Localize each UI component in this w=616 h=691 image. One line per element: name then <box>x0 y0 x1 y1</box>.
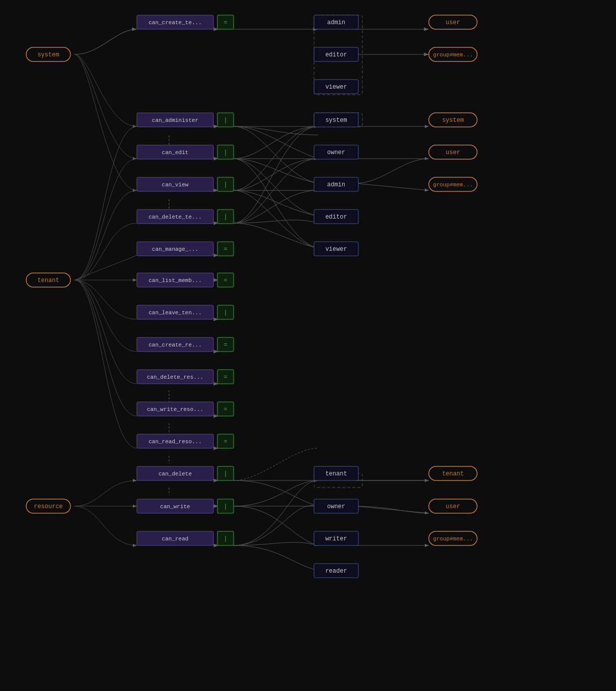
node-out-group-1[interactable]: group#mem... <box>429 47 477 61</box>
edge <box>234 545 318 571</box>
node-out-group-2[interactable]: group#mem... <box>429 177 477 191</box>
can-list-memb-label: can_list_memb... <box>148 278 202 284</box>
op-or-edit-label: | <box>223 149 227 156</box>
op-or-administer[interactable]: | <box>217 113 234 127</box>
op-eq-write-reso-label: = <box>223 406 227 413</box>
edge <box>234 480 318 506</box>
node-out-user-1[interactable]: user <box>429 15 477 29</box>
node-can-read-reso[interactable]: can_read_reso... <box>137 434 213 448</box>
op-or-delete-te[interactable]: | <box>217 210 234 224</box>
node-can-administer[interactable]: can_administer <box>137 113 213 127</box>
op-eq-delete-res[interactable]: = <box>217 370 234 384</box>
op-or-read-label: | <box>223 535 227 542</box>
edge <box>234 223 318 248</box>
can-read-label: can_read <box>162 536 189 542</box>
node-admin-sub[interactable]: admin <box>314 177 358 191</box>
op-eq-list-label: = <box>223 277 227 284</box>
op-or-write[interactable]: | <box>217 499 234 513</box>
can-administer-label: can_administer <box>152 117 198 123</box>
edge <box>234 159 318 248</box>
tenant-root-label: tenant <box>37 277 59 284</box>
node-can-manage[interactable]: can_manage_... <box>137 242 213 256</box>
node-resource-root[interactable]: resource <box>26 499 70 513</box>
out-user-3-label: user <box>446 503 460 510</box>
viewer-sub-label: viewer <box>325 246 347 253</box>
node-reader-res[interactable]: reader <box>314 564 358 578</box>
node-can-delete-res[interactable]: can_delete_res... <box>137 370 213 384</box>
out-group-3-label: group#mem... <box>433 536 473 542</box>
op-eq-label: = <box>223 19 227 26</box>
edge <box>234 480 318 506</box>
edge <box>74 255 137 280</box>
node-can-edit[interactable]: can_edit <box>137 145 213 159</box>
node-owner-sub[interactable]: owner <box>314 145 358 159</box>
edge-dashed <box>234 448 318 480</box>
op-or-delete[interactable]: | <box>217 466 234 480</box>
node-can-create-te[interactable]: can_create_te... <box>137 15 213 29</box>
node-viewer-sys[interactable]: viewer <box>314 80 358 94</box>
node-editor-sys[interactable]: editor <box>314 47 358 61</box>
can-read-reso-label: can_read_reso... <box>148 439 202 445</box>
op-or-delete-te-label: | <box>223 214 227 221</box>
edge <box>234 190 318 248</box>
op-eq-manage[interactable]: = <box>217 242 234 256</box>
node-system-sub[interactable]: system <box>314 113 358 127</box>
edge <box>74 280 137 448</box>
op-or-leave[interactable]: | <box>217 305 234 319</box>
edge <box>74 223 137 280</box>
op-or-read[interactable]: | <box>217 531 234 545</box>
node-out-group-3[interactable]: group#mem... <box>429 531 477 545</box>
node-out-user-3[interactable]: user <box>429 499 477 513</box>
node-tenant-root[interactable]: tenant <box>26 273 70 287</box>
editor-sub-label: editor <box>325 214 347 221</box>
node-can-write-reso[interactable]: can_write_reso... <box>137 402 213 416</box>
node-out-tenant[interactable]: tenant <box>429 466 477 480</box>
node-can-create-re[interactable]: can_create_re... <box>137 337 213 352</box>
op-or-write-label: | <box>223 503 227 510</box>
node-can-delete-te[interactable]: can_delete_te... <box>137 210 213 224</box>
op-eq-manage-label: = <box>223 246 227 253</box>
node-can-list-memb[interactable]: can_list_memb... <box>137 273 213 287</box>
node-owner-res[interactable]: owner <box>314 499 358 513</box>
can-view-label: can_view <box>162 182 189 188</box>
edge <box>234 159 318 223</box>
reader-res-label: reader <box>325 568 347 575</box>
viewer-sys-label: viewer <box>325 84 347 91</box>
edge <box>74 29 137 54</box>
node-can-leave-ten[interactable]: can_leave_ten... <box>137 305 213 319</box>
op-eq-create-re[interactable]: = <box>217 337 234 352</box>
edge <box>74 159 137 280</box>
can-edit-label: can_edit <box>162 150 189 156</box>
edge <box>355 183 429 190</box>
node-can-write[interactable]: can_write <box>137 499 213 513</box>
op-eq-write-reso[interactable]: = <box>217 402 234 416</box>
out-group-2-label: group#mem... <box>433 182 473 188</box>
edge <box>74 280 137 384</box>
owner-res-label: owner <box>327 503 345 510</box>
node-editor-sub[interactable]: editor <box>314 210 358 224</box>
op-or-delete-label: | <box>223 470 227 477</box>
edge <box>74 54 137 159</box>
edge <box>74 54 137 190</box>
admin-sub-label: admin <box>327 181 345 188</box>
op-eq-list[interactable]: = <box>217 273 234 287</box>
node-out-user-2[interactable]: user <box>429 145 477 159</box>
node-admin-sys[interactable]: admin <box>314 15 358 29</box>
node-tenant-sub[interactable]: tenant <box>314 466 358 480</box>
op-eq-read-reso[interactable]: = <box>217 434 234 448</box>
system-root-label: system <box>37 51 59 58</box>
edge <box>355 159 429 183</box>
op-or-view[interactable]: | <box>217 177 234 191</box>
node-can-view[interactable]: can_view <box>137 177 213 191</box>
node-system-root[interactable]: system <box>26 47 70 61</box>
edge <box>234 159 318 190</box>
node-writer-res[interactable]: writer <box>314 531 358 545</box>
node-out-system[interactable]: system <box>429 113 477 127</box>
writer-res-label: writer <box>325 535 347 542</box>
op-or-edit[interactable]: | <box>217 145 234 159</box>
op-eq-create-te[interactable]: = <box>217 15 234 29</box>
node-viewer-sub[interactable]: viewer <box>314 242 358 256</box>
admin-sys-label: admin <box>327 19 345 26</box>
node-can-delete[interactable]: can_delete <box>137 466 213 480</box>
node-can-read[interactable]: can_read <box>137 531 213 545</box>
